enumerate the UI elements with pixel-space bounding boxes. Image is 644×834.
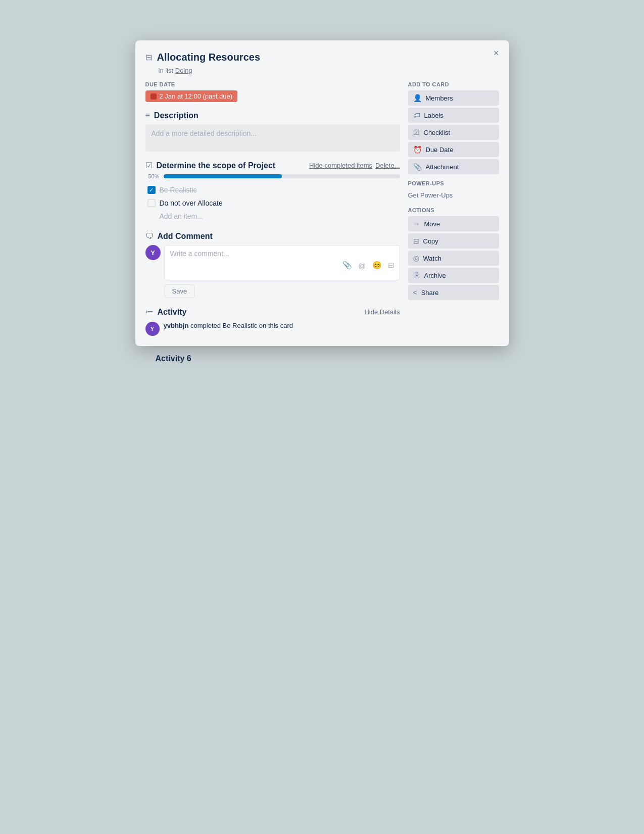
- activity-header: ≔ Activity: [145, 307, 187, 317]
- checklist-button[interactable]: ☑ Checklist: [408, 125, 499, 140]
- activity-user: yvbhbjn: [164, 322, 189, 329]
- emoji-tool-icon[interactable]: 😊: [372, 261, 382, 270]
- watch-button[interactable]: ◎ Watch: [408, 251, 499, 266]
- checklist-item: ✓ Be Realistic: [145, 183, 400, 197]
- subtitle-text: in list: [159, 67, 174, 74]
- share-button[interactable]: < Share: [408, 285, 499, 300]
- modal-header: ⊟ Allocating Resources: [145, 51, 499, 64]
- description-placeholder-text: Add a more detailed description...: [152, 129, 257, 137]
- copy-icon: ⊟: [413, 237, 419, 245]
- labels-label: Labels: [424, 112, 443, 119]
- activity-header-row: ≔ Activity Hide Details: [145, 307, 400, 317]
- add-to-card-label: ADD TO CARD: [408, 81, 499, 87]
- close-button[interactable]: ×: [490, 46, 502, 60]
- attachment-label: Attachment: [426, 163, 459, 171]
- checklist-item-text-1: Be Realistic: [160, 186, 197, 194]
- card-icon: ⊟: [145, 53, 152, 62]
- modal-subtitle: in list Doing: [159, 67, 499, 74]
- members-icon: 👤: [413, 94, 422, 102]
- archive-label: Archive: [424, 272, 446, 279]
- mention-tool-icon[interactable]: @: [358, 261, 366, 270]
- comment-icon: 🗨: [145, 232, 154, 241]
- labels-button[interactable]: 🏷 Labels: [408, 108, 499, 123]
- checklist-section: ☑ Determine the scope of Project Hide co…: [145, 161, 400, 223]
- activity-section: ≔ Activity Hide Details Y yvbhbjn comple…: [145, 307, 400, 336]
- move-icon: →: [413, 220, 420, 228]
- share-label: Share: [421, 289, 439, 297]
- card-tool-icon[interactable]: ⊟: [388, 261, 394, 270]
- due-date-color-box: [151, 93, 157, 100]
- activity-title: Activity: [158, 308, 187, 317]
- share-icon: <: [413, 288, 417, 297]
- description-header: ≡ Description: [145, 111, 400, 120]
- checklist-btn-label: Checklist: [424, 129, 451, 136]
- due-date-badge[interactable]: 2 Jan at 12:00 (past due): [145, 90, 238, 102]
- hide-completed-link[interactable]: Hide completed items: [309, 162, 372, 169]
- modal-title: Allocating Resources: [157, 51, 261, 64]
- checklist-header-row: ☑ Determine the scope of Project Hide co…: [145, 161, 400, 170]
- add-item-placeholder-text: Add an item...: [160, 212, 203, 220]
- progress-label: 50%: [145, 173, 160, 179]
- due-date-text: 2 Jan at 12:00 (past due): [160, 92, 233, 100]
- get-power-ups-button[interactable]: Get Power-Ups: [408, 189, 499, 201]
- due-date-button[interactable]: ⏰ Due Date: [408, 142, 499, 157]
- checklist-checkbox-1[interactable]: ✓: [147, 186, 156, 194]
- add-to-card-section: ADD TO CARD 👤 Members 🏷 Labels ☑ Checkli…: [408, 81, 499, 174]
- due-date-section: DUE DATE 2 Jan at 12:00 (past due): [145, 81, 400, 102]
- bottom-caption: Activity 6: [156, 354, 191, 363]
- hide-details-link[interactable]: Hide Details: [364, 308, 400, 316]
- move-button[interactable]: → Move: [408, 216, 499, 231]
- members-button[interactable]: 👤 Members: [408, 90, 499, 106]
- caption-text: Activity 6: [156, 354, 191, 363]
- progress-bar-fill: [164, 174, 282, 178]
- actions-label: ACTIONS: [408, 207, 499, 213]
- due-date-btn-label: Due Date: [426, 146, 454, 154]
- user-avatar: Y: [145, 245, 161, 260]
- attachment-tool-icon[interactable]: 📎: [342, 261, 352, 270]
- checklist-item-text-2: Do not over Allocate: [160, 199, 223, 207]
- labels-icon: 🏷: [413, 111, 420, 119]
- actions-section: ACTIONS → Move ⊟ Copy ◎ Watch 🗄: [408, 207, 499, 300]
- save-comment-button[interactable]: Save: [165, 284, 195, 298]
- modal-backdrop: × ⊟ Allocating Resources in list Doing D…: [135, 40, 509, 363]
- comment-header: 🗨 Add Comment: [145, 232, 400, 241]
- members-label: Members: [426, 94, 453, 102]
- delete-checklist-link[interactable]: Delete...: [375, 162, 400, 169]
- comment-toolbar: 📎 @ 😊 ⊟: [170, 261, 394, 270]
- archive-icon: 🗄: [413, 271, 420, 279]
- watch-icon: ◎: [413, 254, 419, 262]
- checklist-item: Do not over Allocate: [145, 197, 400, 210]
- description-icon: ≡: [145, 111, 150, 120]
- power-ups-label: POWER-UPS: [408, 180, 499, 186]
- comment-input-box[interactable]: Write a comment... 📎 @ 😊 ⊟: [165, 245, 400, 280]
- description-section: ≡ Description Add a more detailed descri…: [145, 111, 400, 152]
- due-date-label: DUE DATE: [145, 81, 400, 87]
- modal-body: DUE DATE 2 Jan at 12:00 (past due) ≡ Des…: [145, 81, 499, 336]
- progress-row: 50%: [145, 173, 400, 179]
- archive-button[interactable]: 🗄 Archive: [408, 268, 499, 283]
- copy-label: Copy: [423, 237, 438, 245]
- checklist-icon: ☑: [145, 161, 153, 170]
- comment-title: Add Comment: [158, 232, 213, 241]
- activity-avatar: Y: [145, 322, 160, 336]
- activity-item: Y yvbhbjn completed Be Realistic on this…: [145, 322, 400, 336]
- comment-section: 🗨 Add Comment Y Write a comment... 📎 @ 😊…: [145, 232, 400, 298]
- checklist-checkbox-2[interactable]: [147, 199, 156, 207]
- checklist-btn-icon: ☑: [413, 128, 420, 136]
- attachment-button[interactable]: 📎 Attachment: [408, 159, 499, 174]
- activity-text: yvbhbjn completed Be Realistic on this c…: [164, 322, 293, 329]
- list-name-link[interactable]: Doing: [175, 67, 192, 74]
- due-date-icon: ⏰: [413, 145, 422, 154]
- description-input[interactable]: Add a more detailed description...: [145, 124, 400, 152]
- comment-placeholder: Write a comment...: [170, 250, 229, 258]
- progress-bar-background: [164, 174, 400, 178]
- attachment-icon: 📎: [413, 163, 422, 171]
- modal-sidebar: ADD TO CARD 👤 Members 🏷 Labels ☑ Checkli…: [408, 81, 499, 336]
- description-title: Description: [154, 111, 199, 120]
- move-label: Move: [424, 220, 440, 228]
- copy-button[interactable]: ⊟ Copy: [408, 233, 499, 249]
- modal-main: DUE DATE 2 Jan at 12:00 (past due) ≡ Des…: [145, 81, 400, 336]
- add-item-field[interactable]: Add an item...: [145, 210, 400, 223]
- activity-icon: ≔: [145, 307, 154, 317]
- comment-input-row: Y Write a comment... 📎 @ 😊 ⊟: [145, 245, 400, 280]
